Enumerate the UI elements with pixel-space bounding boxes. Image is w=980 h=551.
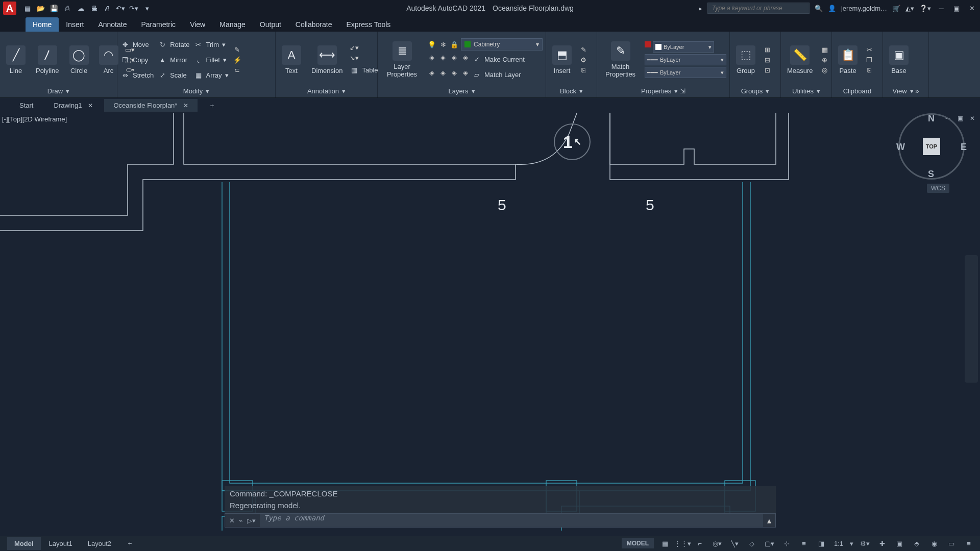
- layer-sm4-icon[interactable]: ◈: [461, 53, 470, 62]
- panel-view-title[interactable]: View: [893, 87, 907, 95]
- status-iso-icon[interactable]: ▣: [893, 537, 905, 549]
- panel-utilities-title[interactable]: Utilities: [792, 87, 814, 95]
- cmd-close-icon[interactable]: ✕: [229, 517, 235, 524]
- qat-print-icon[interactable]: 🖨: [102, 3, 112, 13]
- status-units-icon[interactable]: ⬘: [911, 537, 923, 549]
- mleader-icon[interactable]: ↘▾: [350, 53, 359, 62]
- tab-home[interactable]: Home: [26, 17, 59, 32]
- qat-undo-icon[interactable]: ↶▾: [115, 3, 126, 13]
- viewcube-top-face[interactable]: TOP: [923, 138, 940, 155]
- array-button[interactable]: ▦Array▾: [194, 68, 229, 82]
- circle-button[interactable]: ◯Circle: [66, 44, 92, 76]
- paste-button[interactable]: 📋Paste: [835, 44, 861, 76]
- layout1-tab[interactable]: Layout1: [42, 537, 80, 550]
- make-current-button[interactable]: ✓Make Current: [472, 53, 525, 66]
- filetab-drawing1[interactable]: Drawing1✕: [44, 99, 102, 112]
- copy-button[interactable]: ❐Copy: [120, 53, 154, 66]
- base-button[interactable]: ▣Base: [886, 44, 912, 76]
- tab-manage[interactable]: Manage: [212, 17, 253, 32]
- layer-sm1-icon[interactable]: ◈: [427, 53, 436, 62]
- tab-view[interactable]: View: [183, 17, 212, 32]
- wcs-badge[interactable]: WCS: [927, 184, 949, 193]
- erase-icon[interactable]: ✎: [233, 45, 242, 54]
- group-sm3-icon[interactable]: ⊡: [763, 65, 772, 74]
- clip-sm-icon[interactable]: ⎘: [865, 65, 874, 74]
- leader-icon[interactable]: ↙▾: [350, 43, 359, 52]
- layer-sm6-icon[interactable]: ◈: [438, 68, 448, 77]
- status-ortho-icon[interactable]: ⌐: [694, 537, 706, 549]
- qat-save-icon[interactable]: 💾: [49, 3, 59, 13]
- filetab-start[interactable]: Start: [10, 99, 42, 112]
- layer-toggle2-icon[interactable]: ❄: [438, 40, 448, 49]
- status-isodraft-icon[interactable]: ╲▾: [728, 537, 741, 549]
- add-layout-button[interactable]: ＋: [119, 536, 140, 550]
- canvas-close-icon[interactable]: ✕: [968, 114, 977, 122]
- status-polar-icon[interactable]: ◎▾: [711, 537, 723, 549]
- match-properties-button[interactable]: ✎Match Properties: [600, 40, 641, 79]
- qat-new-icon[interactable]: ▤: [22, 3, 33, 13]
- restore-icon[interactable]: ▣: [951, 3, 962, 13]
- panel-layers-title[interactable]: Layers: [448, 87, 468, 95]
- qat-saveas-icon[interactable]: ⎙: [62, 3, 72, 13]
- group-sm1-icon[interactable]: ⊞: [763, 45, 772, 54]
- block-sm1-icon[interactable]: ✎: [579, 45, 588, 54]
- layer-sm7-icon[interactable]: ◈: [450, 68, 459, 77]
- qat-web-icon[interactable]: ☁: [76, 3, 86, 13]
- status-gear-icon[interactable]: ⚙▾: [859, 537, 871, 549]
- status-snap-icon[interactable]: ⋮⋮▾: [676, 537, 689, 549]
- autodesk-app-icon[interactable]: ◭▾: [905, 5, 914, 12]
- cut-icon[interactable]: ✂: [865, 45, 874, 54]
- tab-parametric[interactable]: Parametric: [134, 17, 183, 32]
- qat-plot-icon[interactable]: 🖶: [89, 3, 99, 13]
- status-transparency-icon[interactable]: ◨: [815, 537, 827, 549]
- mirror-button[interactable]: ▲Mirror: [158, 53, 189, 66]
- lineweight-dropdown[interactable]: ━━━ ByLayer▾: [645, 54, 726, 65]
- polyline-button[interactable]: 〳Polyline: [33, 44, 62, 76]
- group-button[interactable]: ⬚Group: [733, 44, 758, 76]
- status-lwt-icon[interactable]: ≡: [798, 537, 810, 549]
- group-sm2-icon[interactable]: ⊟: [763, 55, 772, 64]
- dimension-button[interactable]: ⟷Dimension: [308, 44, 346, 76]
- util-sm1-icon[interactable]: ▦: [820, 45, 829, 54]
- filetab-oceanside[interactable]: Oceanside Floorplan*✕: [104, 99, 198, 112]
- layer-toggle1-icon[interactable]: 💡: [427, 40, 436, 49]
- status-grid-icon[interactable]: ▦: [659, 537, 671, 549]
- layer-sm5-icon[interactable]: ◈: [427, 68, 436, 77]
- panel-block-title[interactable]: Block: [560, 87, 576, 95]
- copy-clip-icon[interactable]: ❐: [865, 55, 874, 64]
- status-scale-label[interactable]: 1:1: [832, 537, 845, 549]
- status-dyn-icon[interactable]: ⊹: [780, 537, 793, 549]
- drawing-canvas[interactable]: [-][Top][2D Wireframe] 5 5: [0, 113, 980, 531]
- minimize-icon[interactable]: ─: [936, 3, 946, 13]
- layer-properties-button[interactable]: ≣Layer Properties: [381, 40, 423, 79]
- util-sm3-icon[interactable]: ◎: [820, 65, 829, 74]
- model-tab[interactable]: Model: [7, 537, 41, 550]
- layer-dropdown[interactable]: Cabinetry▾: [461, 38, 543, 51]
- insert-button[interactable]: ⬒Insert: [549, 44, 575, 76]
- panel-draw-title[interactable]: Draw: [47, 87, 63, 95]
- status-osnap-icon[interactable]: ◇: [746, 537, 758, 549]
- stretch-button[interactable]: ⇔Stretch: [120, 68, 154, 82]
- layer-sm3-icon[interactable]: ◈: [450, 53, 459, 62]
- command-input[interactable]: Type a command: [260, 514, 763, 527]
- util-sm2-icon[interactable]: ⊕: [820, 55, 829, 64]
- title-nav-icon[interactable]: ▸: [699, 5, 702, 12]
- close-tab-icon[interactable]: ✕: [88, 102, 93, 109]
- cmd-custom-icon[interactable]: ⌁: [239, 517, 243, 524]
- cmd-prompt-icon[interactable]: ▷▾: [247, 517, 256, 524]
- status-3dosnap-icon[interactable]: ▢▾: [763, 537, 775, 549]
- user-name[interactable]: jeremy.goldm…: [841, 5, 887, 12]
- line-button[interactable]: ╱Line: [3, 44, 29, 76]
- status-clean-icon[interactable]: ▭: [945, 537, 958, 549]
- text-button[interactable]: AText: [279, 44, 304, 76]
- app-logo[interactable]: A: [3, 2, 16, 15]
- tab-insert[interactable]: Insert: [59, 17, 91, 32]
- cmd-expand-icon[interactable]: ▴: [763, 516, 775, 525]
- help-icon[interactable]: ❔▾: [919, 5, 931, 12]
- layout2-tab[interactable]: Layout2: [81, 537, 118, 550]
- layer-sm8-icon[interactable]: ◈: [461, 68, 470, 77]
- linetype-dropdown[interactable]: ━━━ ByLayer▾: [645, 67, 726, 78]
- panel-clipboard-title[interactable]: Clipboard: [843, 87, 872, 95]
- search-icon[interactable]: 🔍: [815, 5, 823, 12]
- help-search-input[interactable]: [707, 3, 810, 14]
